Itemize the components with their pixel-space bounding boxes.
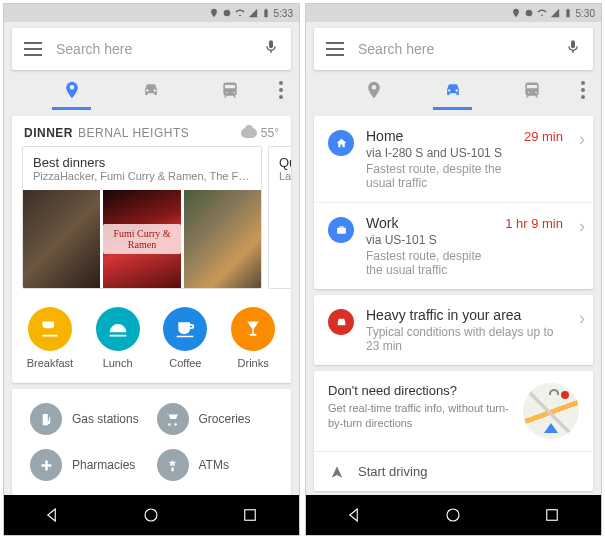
back-button[interactable]: [346, 506, 364, 524]
phone-driving: 5:30 Search here Home via I-280 S and US…: [305, 3, 602, 536]
menu-icon[interactable]: [326, 42, 344, 56]
home-button[interactable]: [444, 506, 462, 524]
tab-transit[interactable]: [190, 70, 269, 110]
dinner-category: DINNER: [24, 126, 73, 140]
chevron-right-icon: ›: [579, 129, 585, 150]
signal-icon: [550, 8, 560, 18]
cart-icon: [157, 403, 189, 435]
services-card: Gas stations Groceries Pharmacies ATMs: [12, 389, 291, 495]
back-button[interactable]: [44, 506, 62, 524]
destination-work[interactable]: Work via US-101 S Fastest route, despite…: [314, 203, 593, 289]
phone-explore: 5:33 Search here DINNER BERNAL HEIGHTS 5…: [3, 3, 300, 536]
mode-tabs: [4, 70, 299, 110]
place-image: Fumi Curry & Ramen: [103, 190, 180, 288]
dinner-location: BERNAL HEIGHTS: [78, 126, 189, 140]
eta: 29 min: [524, 129, 563, 144]
more-icon[interactable]: [571, 81, 595, 99]
android-navbar: [4, 495, 299, 535]
tab-driving[interactable]: [413, 70, 492, 110]
place-card-best-dinners[interactable]: Best dinners PizzaHacker, Fumi Curry & R…: [22, 146, 262, 289]
svg-rect-5: [547, 510, 558, 521]
destination-home[interactable]: Home via I-280 S and US-101 S Fastest ro…: [314, 116, 593, 203]
work-icon: [328, 217, 354, 243]
coffee-icon: [163, 307, 207, 351]
gas-icon: [30, 403, 62, 435]
search-box[interactable]: Search here: [12, 28, 291, 70]
svg-point-3: [525, 10, 532, 17]
no-directions-card: Don't need directions? Get real-time tra…: [314, 371, 593, 491]
mode-tabs: [306, 70, 601, 110]
nd-title: Don't need directions?: [328, 383, 513, 398]
svg-rect-2: [245, 510, 256, 521]
service-pharmacies[interactable]: Pharmacies: [30, 449, 147, 481]
nd-desc: Get real-time traffic info, without turn…: [328, 401, 513, 431]
tab-explore[interactable]: [32, 70, 111, 110]
start-driving-button[interactable]: Start driving: [314, 452, 593, 491]
status-time: 5:33: [274, 8, 293, 19]
wifi-icon: [537, 8, 547, 18]
traffic-icon: [328, 309, 354, 335]
place-image: [23, 190, 100, 288]
map-illustration: [523, 383, 579, 439]
sync-icon: [222, 8, 232, 18]
service-atms[interactable]: ATMs: [157, 449, 274, 481]
weather-temp: 55°: [261, 126, 279, 140]
tab-explore[interactable]: [334, 70, 413, 110]
location-icon: [511, 8, 521, 18]
category-lunch[interactable]: Lunch: [84, 307, 152, 369]
battery-icon: [563, 8, 573, 18]
place-image: [184, 190, 261, 288]
search-placeholder: Search here: [358, 41, 551, 57]
category-breakfast[interactable]: Breakfast: [16, 307, 84, 369]
search-box[interactable]: Search here: [314, 28, 593, 70]
category-drinks[interactable]: Drinks: [219, 307, 287, 369]
pharmacy-icon: [30, 449, 62, 481]
search-placeholder: Search here: [56, 41, 249, 57]
signal-icon: [248, 8, 258, 18]
chevron-right-icon: ›: [579, 308, 585, 329]
android-navbar: [306, 495, 601, 535]
home-button[interactable]: [142, 506, 160, 524]
place-title: Best dinners: [33, 155, 251, 170]
svg-point-0: [223, 10, 230, 17]
cloud-icon: [241, 128, 257, 138]
breakfast-icon: [28, 307, 72, 351]
battery-icon: [261, 8, 271, 18]
chevron-right-icon: ›: [579, 216, 585, 237]
recents-button[interactable]: [543, 506, 561, 524]
more-icon[interactable]: [269, 81, 293, 99]
place-card-peek[interactable]: Quick La Alt: [268, 146, 291, 289]
status-bar: 5:30: [306, 4, 601, 22]
status-bar: 5:33: [4, 4, 299, 22]
place-title: Quick: [279, 155, 291, 170]
place-subtitle: La Alt: [279, 170, 291, 182]
service-gas[interactable]: Gas stations: [30, 403, 147, 435]
category-coffee[interactable]: Coffee: [152, 307, 220, 369]
svg-point-1: [145, 509, 157, 521]
menu-icon[interactable]: [24, 42, 42, 56]
mic-icon[interactable]: [263, 37, 279, 61]
mic-icon[interactable]: [565, 37, 581, 61]
lunch-icon: [96, 307, 140, 351]
place-subtitle: PizzaHacker, Fumi Curry & Ramen, The Fro…: [33, 170, 251, 182]
destinations-card: Home via I-280 S and US-101 S Fastest ro…: [314, 116, 593, 289]
traffic-card[interactable]: Heavy traffic in your area Typical condi…: [314, 295, 593, 365]
eta: 1 hr 9 min: [505, 216, 563, 231]
drinks-icon: [231, 307, 275, 351]
navigate-icon: [330, 465, 344, 479]
status-time: 5:30: [576, 8, 595, 19]
sync-icon: [524, 8, 534, 18]
service-groceries[interactable]: Groceries: [157, 403, 274, 435]
dinner-card: DINNER BERNAL HEIGHTS 55° Best dinners P…: [12, 116, 291, 383]
svg-point-4: [447, 509, 459, 521]
tab-driving[interactable]: [111, 70, 190, 110]
home-icon: [328, 130, 354, 156]
recents-button[interactable]: [241, 506, 259, 524]
atm-icon: [157, 449, 189, 481]
wifi-icon: [235, 8, 245, 18]
location-icon: [209, 8, 219, 18]
tab-transit[interactable]: [492, 70, 571, 110]
